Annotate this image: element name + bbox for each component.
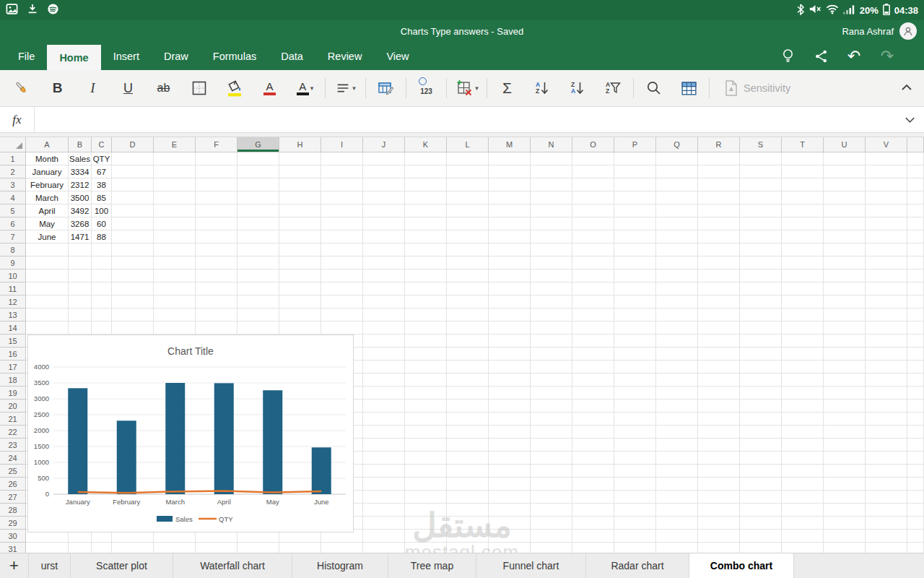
- cell-F4[interactable]: [196, 191, 237, 204]
- cell-Q20[interactable]: [656, 400, 698, 413]
- cell-M14[interactable]: [489, 322, 531, 335]
- cell-Q30[interactable]: [656, 530, 698, 543]
- cell-F2[interactable]: [196, 165, 237, 178]
- cell-K8[interactable]: [405, 243, 447, 256]
- cell-R23[interactable]: [698, 439, 740, 452]
- cell-O8[interactable]: [572, 243, 614, 256]
- cell-P2[interactable]: [614, 165, 656, 178]
- cell-O31[interactable]: [572, 543, 614, 553]
- cell-R27[interactable]: [698, 491, 740, 504]
- cell-L25[interactable]: [447, 465, 489, 478]
- cell-V20[interactable]: [866, 400, 907, 413]
- cell-D6[interactable]: [112, 217, 154, 230]
- cell-N28[interactable]: [531, 504, 572, 517]
- cell-O21[interactable]: [572, 413, 614, 426]
- cell-F10[interactable]: [196, 269, 237, 282]
- cell-T31[interactable]: [782, 543, 824, 553]
- column-header-l[interactable]: L: [447, 137, 489, 152]
- cell-R1[interactable]: [698, 152, 740, 165]
- column-header-f[interactable]: F: [196, 137, 237, 152]
- cell-S19[interactable]: [740, 387, 782, 400]
- tab-home[interactable]: Home: [47, 45, 100, 70]
- cell-U22[interactable]: [824, 426, 866, 439]
- cell-D9[interactable]: [112, 256, 154, 269]
- cell-E5[interactable]: [154, 204, 196, 217]
- cell-E8[interactable]: [154, 243, 196, 256]
- cell-partial-20[interactable]: [907, 400, 924, 413]
- cell-P5[interactable]: [614, 204, 656, 217]
- cell-T17[interactable]: [782, 361, 824, 374]
- cell-J3[interactable]: [363, 178, 405, 191]
- cell-P3[interactable]: [614, 178, 656, 191]
- cell-V13[interactable]: [866, 309, 907, 322]
- cell-T1[interactable]: [782, 152, 824, 165]
- row-header-26[interactable]: 26: [0, 478, 26, 491]
- cell-N10[interactable]: [531, 269, 572, 282]
- cell-S5[interactable]: [740, 204, 782, 217]
- cell-R22[interactable]: [698, 426, 740, 439]
- sheet-tab-tree-map[interactable]: Tree map: [388, 553, 476, 578]
- borders-button[interactable]: [181, 70, 217, 106]
- sheet-tab-funnel-chart[interactable]: Funnel chart: [476, 553, 586, 578]
- cell-K7[interactable]: [405, 230, 447, 243]
- cell-L13[interactable]: [447, 309, 489, 322]
- cell-P4[interactable]: [614, 191, 656, 204]
- row-header-7[interactable]: 7: [0, 230, 26, 243]
- row-header-12[interactable]: 12: [0, 296, 26, 309]
- cell-K22[interactable]: [405, 426, 447, 439]
- cell-T20[interactable]: [782, 400, 824, 413]
- cell-A9[interactable]: [26, 256, 69, 269]
- cell-M25[interactable]: [489, 465, 531, 478]
- cell-U15[interactable]: [824, 335, 866, 348]
- cell-Q26[interactable]: [656, 478, 698, 491]
- cell-N24[interactable]: [531, 452, 572, 465]
- cell-U17[interactable]: [824, 361, 866, 374]
- cell-O1[interactable]: [572, 152, 614, 165]
- cell-D12[interactable]: [112, 296, 154, 309]
- cell-N22[interactable]: [531, 426, 572, 439]
- cell-A7[interactable]: June: [26, 230, 69, 243]
- cell-I5[interactable]: [321, 204, 363, 217]
- row-header-14[interactable]: 14: [0, 322, 26, 335]
- cell-P25[interactable]: [614, 465, 656, 478]
- cell-H5[interactable]: [279, 204, 321, 217]
- cell-R17[interactable]: [698, 361, 740, 374]
- cell-O15[interactable]: [572, 335, 614, 348]
- cell-O22[interactable]: [572, 426, 614, 439]
- column-header-q[interactable]: Q: [656, 137, 698, 152]
- cell-K14[interactable]: [405, 322, 447, 335]
- cell-T26[interactable]: [782, 478, 824, 491]
- cell-N1[interactable]: [531, 152, 572, 165]
- cell-C14[interactable]: [92, 322, 112, 335]
- cell-A31[interactable]: [26, 543, 69, 553]
- cell-T12[interactable]: [782, 296, 824, 309]
- cell-E6[interactable]: [154, 217, 196, 230]
- cell-H1[interactable]: [279, 152, 321, 165]
- cell-D31[interactable]: [112, 543, 154, 553]
- cell-E11[interactable]: [154, 282, 196, 296]
- cell-N15[interactable]: [531, 335, 572, 348]
- cell-U20[interactable]: [824, 400, 866, 413]
- cell-O19[interactable]: [572, 387, 614, 400]
- cell-G12[interactable]: [237, 296, 279, 309]
- cell-R7[interactable]: [698, 230, 740, 243]
- cell-J1[interactable]: [363, 152, 405, 165]
- cell-L15[interactable]: [447, 335, 489, 348]
- cell-M8[interactable]: [489, 243, 531, 256]
- cell-H6[interactable]: [279, 217, 321, 230]
- cell-partial-24[interactable]: [907, 452, 924, 465]
- sheet-tab-waterfall-chart[interactable]: Waterfall chart: [173, 553, 292, 578]
- cell-L7[interactable]: [447, 230, 489, 243]
- cell-A2[interactable]: January: [26, 165, 69, 178]
- cell-D2[interactable]: [112, 165, 154, 178]
- cell-L19[interactable]: [447, 387, 489, 400]
- cell-partial-26[interactable]: [907, 478, 924, 491]
- cell-M16[interactable]: [489, 348, 531, 361]
- cell-D7[interactable]: [112, 230, 154, 243]
- cell-R29[interactable]: [698, 517, 740, 530]
- cell-Q24[interactable]: [656, 452, 698, 465]
- cell-J9[interactable]: [363, 256, 405, 269]
- cell-T8[interactable]: [782, 243, 824, 256]
- cell-I13[interactable]: [321, 309, 363, 322]
- row-header-31[interactable]: 31: [0, 543, 26, 553]
